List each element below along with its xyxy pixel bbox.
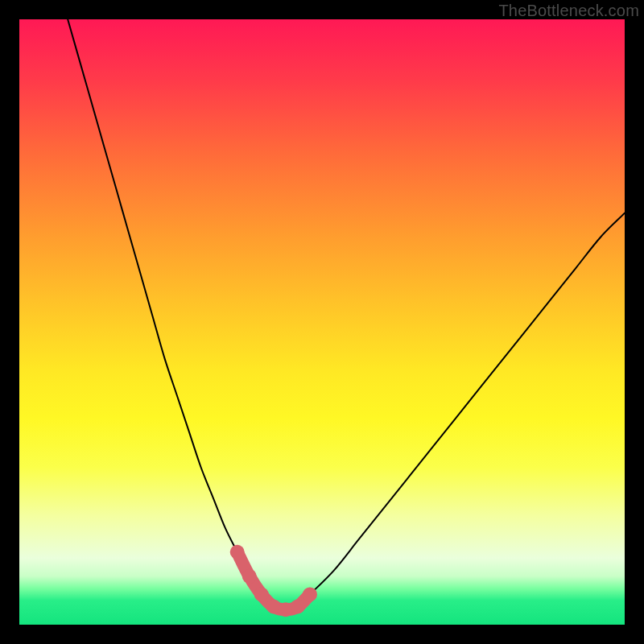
- highlight-dot: [303, 587, 317, 601]
- bottleneck-curve-svg: [19, 19, 625, 625]
- highlight-dot: [279, 602, 293, 617]
- bottleneck-curve-line: [68, 19, 625, 609]
- highlight-dot: [242, 569, 257, 584]
- highlight-dot: [254, 587, 269, 601]
- bottleneck-curve-highlight-dots: [230, 545, 317, 617]
- highlight-dot: [291, 599, 305, 613]
- watermark-text: TheBottleneck.com: [498, 2, 639, 20]
- highlight-dot: [266, 599, 281, 613]
- outer-frame: TheBottleneck.com: [0, 0, 644, 644]
- highlight-dot: [230, 545, 245, 559]
- plot-area: [19, 19, 625, 625]
